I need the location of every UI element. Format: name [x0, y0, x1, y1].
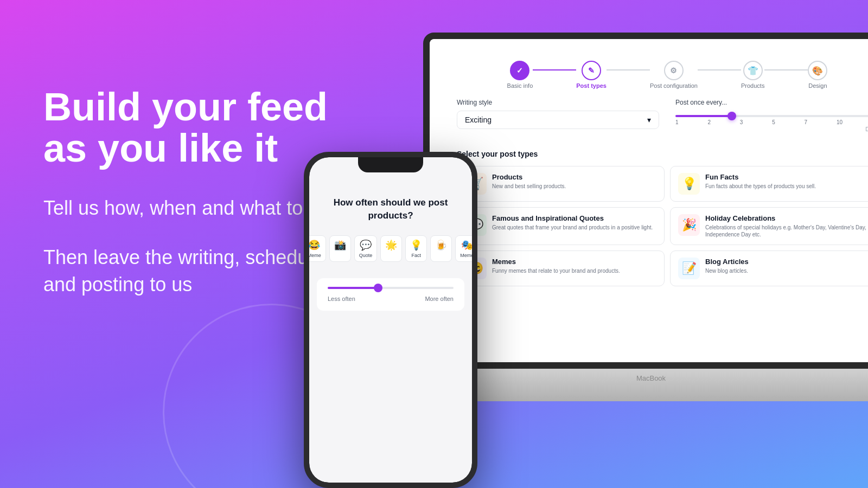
phone-chips-row: 😂 Meme 📸 💬 Quote 🌟: [309, 235, 472, 262]
post-type-icon-blog: 📝: [678, 258, 700, 279]
post-frequency-slider[interactable]: 1 2 3 5 7 10 14 Days: [675, 111, 868, 137]
phone-chip-drink[interactable]: 🍺: [430, 235, 452, 262]
phone-chip-fact[interactable]: 💡 Fact: [405, 235, 427, 262]
step-label-products: Products: [741, 82, 764, 89]
phone-chip-icon-quote: 💬: [360, 239, 372, 251]
post-type-icon-fun-facts: 💡: [678, 173, 700, 195]
phone-content: How often should we post products? 😂 Mem…: [309, 157, 472, 483]
slider-fill: [675, 115, 732, 117]
phone-chip-meme2[interactable]: 🎭 Meme: [455, 235, 472, 262]
post-type-desc-holiday: Celebrations of special holidays e.g. Mo…: [705, 224, 868, 238]
post-type-card-blog[interactable]: 📝 Blog Articles New blog articles.: [670, 251, 868, 286]
post-frequency-label: Post once every...: [675, 99, 868, 106]
phone-chip-label-fact: Fact: [412, 253, 422, 258]
row-controls: Writing style Exciting ▾ Post once every…: [457, 99, 868, 137]
post-type-desc-memes: Funny memes that relate to your brand an…: [492, 267, 620, 274]
post-type-name-holiday: Holiday Celebrations: [705, 214, 868, 222]
phone-chip-meme1[interactable]: 😂 Meme: [309, 235, 326, 262]
phone-chip-icon-star: 🌟: [385, 239, 397, 251]
slider-numbers: 1 2 3 5 7 10 14: [675, 119, 868, 125]
post-type-desc-quotes: Great quotes that frame your brand and p…: [492, 224, 653, 231]
phone-slider-thumb[interactable]: [374, 284, 382, 292]
step-circle-post-config: ⚙: [664, 61, 684, 80]
writing-style-group: Writing style Exciting ▾: [457, 99, 659, 137]
post-type-name-blog: Blog Articles: [705, 258, 749, 266]
phone-slider-track[interactable]: [328, 287, 454, 289]
step-basic-info[interactable]: ✓ Basic info: [507, 61, 533, 89]
post-type-info-quotes: Famous and Inspirational Quotes Great qu…: [492, 214, 653, 231]
post-type-info-memes: Memes Funny memes that relate to your br…: [492, 258, 620, 274]
phone-slider-labels: Less often More often: [328, 296, 454, 302]
phone-screen: How often should we post products? 😂 Mem…: [309, 157, 472, 483]
phone-notch: [358, 157, 423, 172]
step-design[interactable]: 🎨 Design: [808, 61, 827, 89]
post-type-desc-blog: New blog articles.: [705, 267, 749, 274]
post-type-card-products[interactable]: 🛒 Products New and best selling products…: [457, 166, 665, 202]
slider-thumb[interactable]: [727, 112, 736, 120]
post-type-name-memes: Memes: [492, 258, 620, 266]
step-post-types[interactable]: ✎ Post types: [576, 61, 607, 89]
step-line-2: [607, 69, 650, 70]
app-content: ✓ Basic info ✎ Post types ⚙ Post configu…: [430, 39, 868, 362]
left-section: Build your feed as you like it Tell us h…: [43, 87, 347, 298]
post-type-desc-fun-facts: Fun facts about the types of products yo…: [705, 183, 816, 190]
post-type-info-holiday: Holiday Celebrations Celebrations of spe…: [705, 214, 868, 238]
phone-chip-star[interactable]: 🌟: [380, 235, 402, 262]
phone-chip-icon-photo: 📸: [334, 239, 346, 251]
step-circle-products: 👕: [743, 61, 763, 80]
post-types-grid: 🛒 Products New and best selling products…: [457, 166, 868, 286]
step-line-1: [533, 69, 576, 70]
writing-style-label: Writing style: [457, 99, 659, 106]
post-type-name-products: Products: [492, 173, 566, 181]
phone-question: How often should we post products?: [317, 196, 464, 222]
slider-days-label: Days: [675, 126, 868, 132]
hero-title-line2: as you like it: [43, 126, 278, 170]
phone-chip-label-meme2: Meme: [460, 253, 472, 258]
phone-chip-icon-meme1: 😂: [309, 239, 320, 251]
post-type-info-fun-facts: Fun Facts Fun facts about the types of p…: [705, 173, 816, 190]
writing-style-value: Exciting: [465, 115, 492, 124]
step-products[interactable]: 👕 Products: [741, 61, 764, 89]
phone-slider-section: Less often More often: [317, 278, 464, 311]
phone-frame: How often should we post products? 😂 Mem…: [304, 152, 477, 488]
post-type-name-quotes: Famous and Inspirational Quotes: [492, 214, 653, 222]
post-type-card-fun-facts[interactable]: 💡 Fun Facts Fun facts about the types of…: [670, 166, 868, 202]
writing-style-select[interactable]: Exciting ▾: [457, 111, 659, 129]
slider-track: [675, 115, 868, 117]
step-label-post-config: Post configuration: [650, 82, 698, 89]
post-type-info-products: Products New and best selling products.: [492, 173, 566, 190]
step-circle-post-types: ✎: [582, 61, 601, 80]
post-frequency-group: Post once every... 1 2 3: [675, 99, 868, 137]
post-types-section-title: Select your post types: [457, 150, 868, 158]
phone-chip-icon-fact: 💡: [410, 239, 422, 251]
phone-slider-fill: [328, 287, 378, 289]
step-post-configuration[interactable]: ⚙ Post configuration: [650, 61, 698, 89]
hero-body: Then leave the writing, scheduling and p…: [43, 244, 347, 299]
phone-side-button: [472, 211, 474, 244]
laptop-screen: ✓ Basic info ✎ Post types ⚙ Post configu…: [430, 39, 868, 362]
post-type-desc-products: New and best selling products.: [492, 183, 566, 190]
hero-title-line1: Build your feed: [43, 85, 328, 129]
laptop-frame: ✓ Basic info ✎ Post types ⚙ Post configu…: [423, 33, 868, 369]
post-type-card-quotes[interactable]: 💬 Famous and Inspirational Quotes Great …: [457, 207, 665, 245]
step-label-basic-info: Basic info: [507, 82, 533, 89]
laptop-brand: MacBook: [636, 374, 666, 382]
phone-chip-label-meme1: Meme: [309, 253, 321, 258]
hero-subtitle: Tell us how, when and what to post: [43, 195, 347, 222]
phone-chip-icon-drink: 🍺: [435, 239, 447, 251]
step-label-design: Design: [808, 82, 827, 89]
post-type-card-holiday[interactable]: 🎉 Holiday Celebrations Celebrations of s…: [670, 207, 868, 245]
post-type-name-fun-facts: Fun Facts: [705, 173, 816, 181]
hero-title: Build your feed as you like it: [43, 87, 347, 169]
phone-container: How often should we post products? 😂 Mem…: [304, 152, 477, 488]
step-circle-design: 🎨: [808, 61, 827, 80]
phone-chip-label-quote: Quote: [359, 253, 373, 258]
phone-slider-max-label: More often: [425, 296, 454, 302]
post-type-card-memes[interactable]: 😄 Memes Funny memes that relate to your …: [457, 251, 665, 286]
post-type-icon-holiday: 🎉: [678, 214, 700, 236]
step-circle-basic-info: ✓: [510, 61, 529, 80]
phone-chip-quote[interactable]: 💬 Quote: [354, 235, 378, 262]
phone-slider-min-label: Less often: [328, 296, 355, 302]
step-line-4: [764, 69, 808, 70]
phone-chip-photo[interactable]: 📸: [329, 235, 351, 262]
